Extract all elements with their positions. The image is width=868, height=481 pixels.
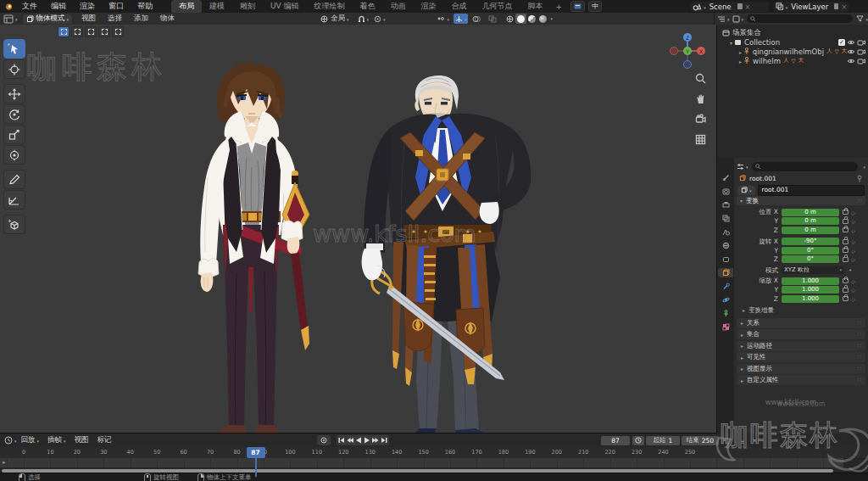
pan-hand-icon[interactable] (695, 92, 706, 108)
keyframe-icon[interactable] (849, 227, 855, 234)
lock-icon[interactable] (843, 239, 849, 244)
keyframe-icon[interactable] (849, 295, 855, 303)
value-field[interactable]: 0° (782, 247, 839, 254)
workspace-tab[interactable]: 着色 (353, 0, 383, 14)
shading-material-button[interactable] (526, 14, 537, 24)
cursor-tool[interactable] (3, 59, 25, 79)
keyframe-icon[interactable] (849, 238, 855, 245)
add-cube-tool[interactable] (3, 215, 25, 234)
topbar-menu[interactable]: 窗口 (102, 1, 131, 12)
value-field[interactable]: 0 m (782, 217, 839, 225)
viewlayer-selector[interactable]: ViewLayer (774, 2, 849, 12)
prev-keyframe-button[interactable] (346, 436, 354, 445)
camera-icon[interactable] (857, 48, 865, 55)
shading-rendered-button[interactable] (537, 14, 548, 24)
lock-icon[interactable] (843, 296, 849, 301)
tab-physics[interactable] (718, 295, 733, 305)
workspace-tab[interactable]: 布局 (171, 0, 202, 14)
topbar-menu[interactable]: 渲染 (73, 1, 102, 12)
snap-toggle[interactable] (358, 14, 370, 23)
transform-panel-header[interactable]: 变换 (737, 196, 865, 205)
value-field[interactable]: 0° (782, 255, 839, 263)
preview-range-button[interactable] (632, 436, 644, 445)
eye-icon[interactable] (847, 48, 855, 55)
select-mode-invert[interactable] (98, 26, 110, 37)
viewport-3d[interactable]: 咖啡森林 (0, 25, 716, 433)
tab-object[interactable] (718, 268, 733, 277)
workspace-tab[interactable]: UV 编辑 (263, 0, 307, 14)
timeline-menu[interactable]: 插帧 (43, 435, 70, 445)
orientation-selector[interactable]: 全局 (320, 14, 349, 24)
viewport-menu[interactable]: 添加 (128, 14, 154, 24)
lock-icon[interactable] (843, 288, 849, 293)
timeline-ruler[interactable]: 0102030405060708090100110120130140150160… (0, 447, 868, 459)
properties-section-header[interactable]: 集合 (737, 329, 865, 339)
lock-icon[interactable] (843, 210, 849, 215)
rotate-tool[interactable] (3, 104, 25, 124)
proportional-edit-toggle[interactable] (374, 14, 386, 23)
tab-object-data[interactable] (718, 309, 733, 318)
next-keyframe-button[interactable] (371, 436, 380, 445)
outliner-row-scene-collection[interactable]: 场景集合 (717, 28, 868, 37)
tab-texture[interactable] (718, 322, 733, 332)
keyframe-icon[interactable] (849, 277, 855, 285)
jump-to-start-button[interactable] (337, 436, 346, 445)
shading-solid-button[interactable] (515, 14, 526, 24)
editor-type-icon[interactable] (3, 14, 14, 24)
properties-section-header[interactable]: 自定义属性 (737, 375, 865, 385)
jump-to-end-button[interactable] (380, 436, 388, 445)
play-button[interactable] (363, 436, 371, 445)
display-mode-icon[interactable] (732, 15, 740, 23)
blender-logo-icon[interactable] (3, 2, 13, 11)
workspace-tab[interactable]: 合成 (444, 0, 475, 14)
value-field[interactable]: -90° (782, 238, 839, 245)
timeline-menu[interactable]: 回放 (17, 435, 44, 445)
workspace-tab[interactable]: 几何节点 (475, 0, 520, 14)
timeline-channels[interactable]: ▸ (0, 458, 843, 467)
camera-view-icon[interactable] (695, 112, 706, 128)
select-mode-new[interactable] (58, 26, 70, 37)
unlink-scene-icon[interactable] (743, 3, 751, 11)
outliner-row-collection[interactable]: Collection ✓ (717, 37, 868, 47)
value-field[interactable]: 0 m (782, 209, 839, 216)
current-frame-field[interactable]: 87 (601, 436, 630, 445)
keyframe-icon[interactable] (849, 255, 855, 263)
properties-section-header[interactable]: 视图显示 (737, 364, 865, 374)
properties-editor-icon[interactable] (737, 163, 744, 171)
transform-tool[interactable] (3, 145, 25, 165)
lock-icon[interactable] (843, 219, 849, 224)
xray-toggle[interactable] (488, 15, 497, 23)
outliner-row-wilhelm[interactable]: wilhelm 人 ▽ 大 (717, 56, 868, 65)
timeline-editor-icon[interactable] (4, 436, 13, 445)
frame-start-field[interactable]: 起始1 (646, 436, 680, 445)
annotate-tool[interactable] (3, 170, 25, 189)
workspace-tab[interactable]: 动画 (383, 0, 414, 14)
outliner-editor-icon[interactable] (717, 15, 726, 23)
overlays-toggle[interactable] (472, 15, 481, 23)
tab-view-layer[interactable] (718, 214, 733, 223)
channel-expand-icon[interactable]: ▸ (3, 459, 6, 466)
ortho-grid-icon[interactable] (695, 132, 706, 148)
character-young-swordsman[interactable] (181, 59, 318, 433)
select-mode-extend[interactable] (71, 26, 83, 37)
tab-constraints[interactable] (718, 282, 733, 291)
delta-transform-section[interactable]: 变换增量 (734, 306, 868, 315)
tab-world[interactable] (718, 241, 733, 250)
object-visibility-dropdown[interactable] (437, 14, 449, 23)
outliner-search-input[interactable] (747, 14, 853, 23)
rotation-mode-dropdown[interactable]: XYZ 欧拉 (782, 266, 844, 274)
viewport-menu[interactable]: 选择 (102, 14, 128, 24)
value-field[interactable]: 1.000 (782, 277, 839, 285)
timeline-menu[interactable]: 标记 (93, 435, 116, 445)
scene-name[interactable]: Scene (706, 3, 735, 11)
timeline-menu[interactable]: 视图 (70, 435, 93, 445)
lock-icon[interactable] (843, 227, 849, 232)
workspace-tab[interactable]: 纹理绘制 (307, 0, 353, 14)
object-name-field[interactable]: root.001 (758, 185, 865, 196)
workspace-tab[interactable]: 渲染 (414, 0, 444, 14)
gizmo-toggle[interactable] (453, 14, 469, 24)
select-mode-subtract[interactable] (85, 26, 97, 37)
keyframe-icon[interactable] (849, 286, 855, 294)
value-field[interactable]: 1.000 (782, 295, 839, 303)
frame-end-field[interactable]: 结束250 (682, 436, 719, 445)
